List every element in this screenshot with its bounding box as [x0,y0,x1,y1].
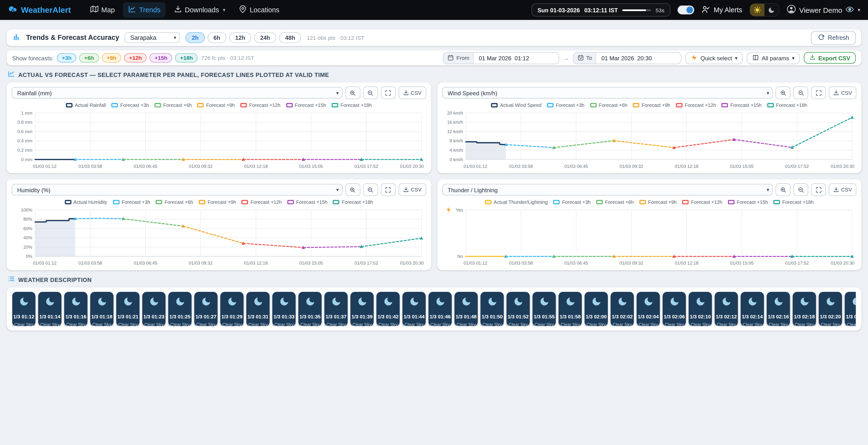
legend-item[interactable]: Forecast +9h [197,102,235,108]
quick-select-button[interactable]: Quick select ▾ [685,52,743,64]
window-pill-24h[interactable]: 24h [254,32,276,43]
svg-text:0.6 mm: 0.6 mm [18,129,32,134]
legend-item[interactable]: Actual Humidity [65,200,107,205]
legend-item[interactable]: Actual Thunder/Lightning [485,200,548,205]
legend-item[interactable]: Forecast +3h [112,102,149,108]
legend-item[interactable]: Forecast +3h [553,200,591,205]
dark-theme-button[interactable] [764,4,779,16]
weather-card-time: 1/3 01:58 [560,314,581,320]
weather-card-condition: Clear Sky [534,322,554,326]
refresh-button[interactable]: Refresh [811,31,856,44]
chart-canvas[interactable]: 01/03 01:1201/03 03:5801/03 06:4501/03 0… [442,206,856,268]
csv-download-button[interactable]: CSV [399,183,426,196]
fullscreen-button[interactable] [811,86,826,99]
weather-card-time: 1/3 02:16 [768,314,789,320]
chart-canvas[interactable]: 01/03 01:1201/03 03:5801/03 06:4501/03 0… [442,109,856,171]
legend-item[interactable]: Forecast +18h [332,102,372,108]
moon-icon [409,296,420,309]
forecast-badge-+15h[interactable]: +15h [150,53,173,62]
my-alerts-button[interactable]: My Alerts [702,5,742,16]
weather-cards-strip[interactable]: 1/3 01:12 Clear Sky 1/3 01:14 Clear Sky … [12,292,856,326]
weather-card-condition: Clear Sky [378,322,398,326]
from-date-input[interactable] [474,52,558,63]
legend-item[interactable]: Actual Wind Speed [491,102,541,108]
zoom-out-button[interactable] [363,183,378,196]
zoom-in-button[interactable] [345,183,361,196]
csv-download-button[interactable]: CSV [399,86,426,99]
csv-download-button[interactable]: CSV [829,86,857,99]
legend-item[interactable]: Forecast +18h [333,200,373,205]
window-pill-48h[interactable]: 48h [279,32,301,43]
parameter-select[interactable]: Thunder / Lightning [442,184,773,196]
zoom-in-button[interactable] [345,86,361,99]
list-icon [8,275,15,284]
auto-refresh-toggle[interactable] [678,5,694,14]
legend-item[interactable]: Forecast +3h [113,200,150,205]
all-params-button[interactable]: All params ▾ [747,52,800,64]
fullscreen-button[interactable] [811,183,826,196]
legend-item[interactable]: Forecast +6h [154,102,192,108]
legend-item[interactable]: Forecast +9h [639,200,677,205]
legend-item[interactable]: Forecast +6h [596,200,633,205]
chevron-down-icon: ▾ [223,7,225,13]
forecast-badge-+3h[interactable]: +3h [57,53,77,62]
csv-download-button[interactable]: CSV [829,183,857,196]
svg-text:01/03 20:30: 01/03 20:30 [400,164,424,169]
nav-item-map[interactable]: Map [85,2,120,18]
legend-item[interactable]: Actual Rainfall [66,102,106,108]
weather-card: 1/3 01:21 Clear Sky [116,292,140,326]
zoom-out-button[interactable] [794,86,808,99]
legend-item[interactable]: Forecast +18h [767,102,807,108]
legend-item[interactable]: Forecast +12h [242,200,282,205]
legend-item[interactable]: Forecast +15h [287,200,327,205]
legend-item[interactable]: Forecast +6h [590,102,627,108]
weather-card-condition: Clear Sky [795,322,814,326]
legend-item[interactable]: Forecast +12h [682,200,722,205]
nav-item-downloads[interactable]: Downloads▾ [169,2,230,18]
weather-card-time: 1/3 01:44 [404,314,425,320]
window-pill-2h[interactable]: 2h [186,32,205,43]
legend-item[interactable]: Forecast +6h [156,200,193,205]
parameter-select[interactable]: Rainfall (mm) [11,87,343,98]
chart-canvas[interactable]: 01/03 01:1201/03 03:5801/03 06:4501/03 0… [11,206,426,268]
parameter-select[interactable]: Wind Speed (km/h) [442,87,773,98]
zoom-in-button[interactable] [776,183,791,196]
parameter-select[interactable]: Humidity (%) [11,184,343,196]
window-pill-6h[interactable]: 6h [207,32,226,43]
forecast-badge-+6h[interactable]: +6h [79,53,99,62]
chart-canvas[interactable]: 01/03 01:1201/03 03:5801/03 06:4501/03 0… [11,109,426,171]
zoom-out-button[interactable] [363,86,378,99]
fullscreen-button[interactable] [381,183,396,196]
forecast-badge-+12h[interactable]: +12h [124,53,147,62]
legend-item[interactable]: Forecast +9h [199,200,236,205]
nav-item-locations[interactable]: Locations [234,2,284,18]
to-date-input[interactable] [596,52,681,63]
user-menu[interactable]: Viewer Demo ▾ [786,4,860,16]
fullscreen-button[interactable] [381,86,396,99]
svg-text:01/03 12:18: 01/03 12:18 [244,261,268,266]
export-csv-button[interactable]: Export CSV [804,52,856,64]
forecast-badge-+9h[interactable]: +9h [102,53,122,62]
legend-item[interactable]: Forecast +12h [240,102,280,108]
nav-item-trends[interactable]: Trends [123,2,165,18]
zoom-in-button[interactable] [776,86,791,99]
weather-card-time: 1/3 02:04 [638,314,659,320]
forecast-badge-+18h[interactable]: +18h [175,53,198,62]
legend-item[interactable]: Forecast +9h [633,102,670,108]
weather-card-condition: Clear Sky [561,322,580,326]
station-select[interactable]: Sarapaka [125,32,180,43]
window-pill-12h[interactable]: 12h [229,32,251,43]
legend-item[interactable]: Forecast +12h [676,102,716,108]
person-check-icon [702,5,711,16]
cloud-lightning-icon [8,4,18,16]
zoom-out-button[interactable] [794,183,808,196]
legend-item[interactable]: Forecast +3h [547,102,584,108]
svg-text:01/03 09:32: 01/03 09:32 [189,261,212,266]
light-theme-button[interactable] [750,4,764,16]
legend-item[interactable]: Forecast +15h [286,102,326,108]
chart-legend: Actual Thunder/LightningForecast +3hFore… [442,200,856,205]
legend-item[interactable]: Forecast +15h [728,200,768,205]
legend-item[interactable]: Forecast +18h [774,200,813,205]
legend-item[interactable]: Forecast +15h [721,102,762,108]
brand[interactable]: WeatherAlert [8,4,71,16]
